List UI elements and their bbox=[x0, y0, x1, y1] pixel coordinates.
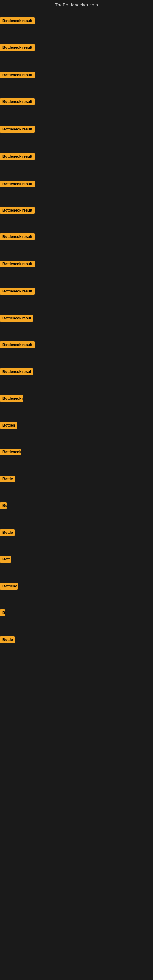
bottleneck-badge-row[interactable]: Bottleneck result bbox=[0, 233, 35, 241]
bottleneck-badge-row[interactable]: Bottleneck r bbox=[0, 395, 23, 403]
bottleneck-result-badge[interactable]: Bottleneck result bbox=[0, 18, 35, 24]
bottleneck-badge-row[interactable]: Bottleneck result bbox=[0, 126, 35, 134]
bottleneck-result-badge[interactable]: Bottleneck result bbox=[0, 207, 35, 214]
bottleneck-badge-row[interactable]: Bottleneck result bbox=[0, 18, 35, 25]
bottleneck-badge-row[interactable]: Bottleneck result bbox=[0, 288, 35, 296]
bottleneck-badge-row[interactable]: Bottlen bbox=[0, 422, 17, 430]
bottleneck-result-badge[interactable]: Bottlen bbox=[0, 422, 17, 429]
bottleneck-badge-row[interactable]: Bo bbox=[0, 502, 7, 510]
bottleneck-badge-row[interactable]: Bottlene bbox=[0, 583, 18, 591]
bottleneck-result-badge[interactable]: Bottleneck result bbox=[0, 153, 35, 160]
bottleneck-result-badge[interactable]: Bottleneck resul bbox=[0, 368, 33, 375]
bottleneck-result-badge[interactable]: Bo bbox=[0, 502, 7, 509]
page-container: TheBottlenecker.com Bottleneck resultBot… bbox=[0, 0, 153, 980]
bottleneck-badge-row[interactable]: Bottleneck result bbox=[0, 98, 35, 106]
bottleneck-result-badge[interactable]: Bottleneck result bbox=[0, 126, 35, 133]
bottleneck-result-badge[interactable]: Bottleneck r bbox=[0, 395, 23, 402]
bottleneck-badge-row[interactable]: Bottleneck bbox=[0, 449, 21, 457]
bottleneck-result-badge[interactable]: B bbox=[0, 609, 5, 616]
bottleneck-badge-row[interactable]: Bottle bbox=[0, 476, 15, 484]
bottleneck-result-badge[interactable]: Bottleneck result bbox=[0, 72, 35, 78]
bottleneck-result-badge[interactable]: Bottle bbox=[0, 476, 15, 482]
bottleneck-badge-row[interactable]: Bottleneck result bbox=[0, 181, 35, 189]
bottleneck-badge-row[interactable]: Bottleneck result bbox=[0, 153, 35, 161]
bottleneck-result-badge[interactable]: Bottleneck result bbox=[0, 342, 35, 348]
bottleneck-result-badge[interactable]: Bott bbox=[0, 556, 11, 563]
bottleneck-badge-row[interactable]: Bottle bbox=[0, 529, 15, 537]
bottleneck-badge-row[interactable]: Bott bbox=[0, 556, 11, 564]
bottleneck-badge-row[interactable]: Bottleneck result bbox=[0, 207, 35, 215]
bottleneck-result-badge[interactable]: Bottleneck bbox=[0, 449, 21, 455]
bottleneck-badge-row[interactable]: Bottleneck resul bbox=[0, 368, 33, 376]
bottleneck-result-badge[interactable]: Bottleneck result bbox=[0, 98, 35, 105]
bottleneck-result-badge[interactable]: Bottleneck result bbox=[0, 233, 35, 240]
bottleneck-result-badge[interactable]: Bottleneck result bbox=[0, 261, 35, 267]
bottleneck-badge-row[interactable]: B bbox=[0, 609, 5, 617]
bottleneck-result-badge[interactable]: Bottleneck resul bbox=[0, 315, 33, 321]
bottleneck-result-badge[interactable]: Bottleneck result bbox=[0, 288, 35, 294]
site-title: TheBottlenecker.com bbox=[0, 0, 153, 10]
bottleneck-badge-row[interactable]: Bottleneck result bbox=[0, 342, 35, 350]
bottleneck-badge-row[interactable]: Bottleneck result bbox=[0, 261, 35, 269]
bottleneck-result-badge[interactable]: Bottleneck result bbox=[0, 44, 35, 51]
bottleneck-result-badge[interactable]: Bottleneck result bbox=[0, 181, 35, 188]
bottleneck-badge-row[interactable]: Bottleneck resul bbox=[0, 315, 33, 323]
bottleneck-badge-row[interactable]: Bottle bbox=[0, 636, 15, 644]
bottleneck-result-badge[interactable]: Bottle bbox=[0, 636, 15, 643]
bottleneck-result-badge[interactable]: Bottlene bbox=[0, 583, 18, 590]
bottleneck-badge-row[interactable]: Bottleneck result bbox=[0, 72, 35, 80]
bottleneck-badge-row[interactable]: Bottleneck result bbox=[0, 44, 35, 52]
bottleneck-result-badge[interactable]: Bottle bbox=[0, 529, 15, 536]
